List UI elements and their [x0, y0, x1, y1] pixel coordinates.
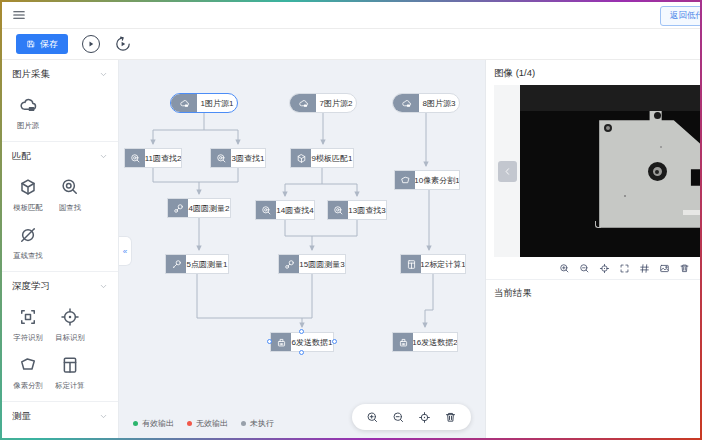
- flow-node[interactable]: 4圆圆测量2: [167, 198, 231, 218]
- flow-node[interactable]: 13圆查找3: [327, 200, 387, 220]
- section-header[interactable]: 图片采集: [12, 68, 108, 81]
- tool-item[interactable]: 圆查找: [54, 177, 85, 213]
- chevron-down-icon: [99, 412, 108, 421]
- menu-icon[interactable]: [12, 8, 26, 22]
- calib-calc-icon: [406, 259, 417, 270]
- circle-find-icon: [130, 153, 141, 164]
- image-panel-title: 图像 (1/4): [486, 60, 700, 85]
- circle-circle-measure-icon: [173, 203, 184, 214]
- locate-icon[interactable]: [418, 411, 431, 424]
- connector-layer: [119, 60, 485, 438]
- flow-node[interactable]: 7图片源2: [289, 93, 357, 113]
- flow-node[interactable]: 3圆查找1: [210, 148, 266, 168]
- save-button-label: 保存: [40, 38, 58, 51]
- node-label: 7图片源2: [316, 94, 356, 112]
- zoom-out-icon[interactable]: [392, 411, 405, 424]
- camera-image[interactable]: [520, 85, 700, 257]
- prev-image-button[interactable]: [498, 161, 517, 182]
- loop-run-button[interactable]: [114, 35, 132, 53]
- tool-item[interactable]: 图片源: [12, 95, 43, 131]
- node-label: 10像素分割1: [415, 171, 459, 189]
- fullscreen-icon[interactable]: [619, 263, 630, 274]
- circle-find-icon: [333, 205, 344, 216]
- zoom-out-icon[interactable]: [579, 263, 590, 274]
- sidebar-collapse-handle[interactable]: «: [119, 236, 132, 266]
- send-data-icon: [398, 337, 409, 348]
- flow-node[interactable]: 10像素分割1: [394, 170, 460, 190]
- tool-item-label: 直线查找: [13, 250, 42, 260]
- trash-icon[interactable]: [444, 411, 457, 424]
- node-connection-handle[interactable]: [267, 339, 272, 344]
- tool-item[interactable]: 目标识别: [54, 307, 85, 343]
- node-connection-handle[interactable]: [299, 329, 304, 334]
- tool-item[interactable]: 点圆测量: [54, 437, 85, 438]
- locate-icon[interactable]: [599, 263, 610, 274]
- tool-item[interactable]: 标定计算: [54, 355, 85, 391]
- export-icon[interactable]: [659, 263, 670, 274]
- chevron-down-icon: [99, 282, 108, 291]
- node-icon-box: [279, 255, 299, 273]
- image-nav-strip: [494, 85, 520, 257]
- tool-item[interactable]: 圆圆测量: [12, 437, 43, 438]
- tool-item[interactable]: 像素分割: [12, 355, 43, 391]
- node-label: 4圆圆测量2: [188, 199, 230, 217]
- tool-item-label: 目标识别: [55, 332, 84, 342]
- tool-item-label: 字符识别: [13, 332, 42, 342]
- section-header[interactable]: 匹配: [12, 150, 108, 163]
- flow-node[interactable]: 15圆圆测量3: [278, 254, 346, 274]
- section-items: 字符识别目标识别像素分割标定计算: [12, 307, 108, 391]
- tool-item[interactable]: 直线查找: [12, 225, 43, 261]
- tool-item-label: 图片源: [16, 120, 38, 130]
- image-background-band: [520, 85, 700, 111]
- node-label: 6发送数据1: [291, 333, 333, 351]
- flow-node[interactable]: 6发送数据1: [270, 332, 334, 352]
- zoom-in-icon[interactable]: [559, 263, 570, 274]
- zoom-in-icon[interactable]: [366, 411, 379, 424]
- line-find-icon: [18, 225, 38, 245]
- target-recognition-icon: [60, 307, 80, 327]
- plate-tab-hole: [654, 112, 661, 119]
- run-button[interactable]: [82, 35, 100, 53]
- right-panel: 图像 (1/4): [485, 60, 700, 438]
- node-label: 11圆查找2: [145, 149, 181, 167]
- plate-center-hole: [648, 162, 667, 181]
- chevron-down-icon: [99, 70, 108, 79]
- section-header[interactable]: 测量: [12, 410, 108, 423]
- flow-node[interactable]: 14圆查找4: [255, 200, 315, 220]
- save-button[interactable]: 保存: [16, 34, 68, 54]
- metal-plate: [599, 111, 700, 228]
- legend-label: 无效输出: [196, 418, 228, 429]
- grid-icon[interactable]: [639, 263, 650, 274]
- flow-node[interactable]: 9模板匹配1: [290, 148, 354, 168]
- flow-node[interactable]: 5点圆测量1: [165, 254, 229, 274]
- app-window: 返回低代 保存 图片采集图片源匹配模板匹配圆查找直线查找深度学习字符识别目标识别…: [2, 2, 700, 438]
- node-label: 3圆查找1: [231, 149, 265, 167]
- tool-item[interactable]: 模板匹配: [12, 177, 43, 213]
- node-connection-handle[interactable]: [332, 339, 337, 344]
- node-icon-box: [290, 94, 316, 112]
- circle-find-icon: [216, 153, 227, 164]
- flow-node[interactable]: 12标定计算1: [400, 254, 466, 274]
- action-toolbar: 保存: [2, 29, 700, 60]
- sidebar-section: 深度学习字符识别目标识别像素分割标定计算: [2, 271, 118, 401]
- status-legend: 有效输出无效输出未执行: [133, 418, 274, 429]
- flow-canvas[interactable]: 1图片源17图片源28图片源311圆查找23圆查找19模板匹配110像素分割14…: [119, 60, 485, 438]
- flow-node[interactable]: 11圆查找2: [124, 148, 182, 168]
- node-icon-box: [401, 255, 421, 273]
- top-header: 返回低代: [2, 2, 700, 29]
- flow-node[interactable]: 8图片源3: [392, 93, 460, 113]
- flow-node[interactable]: 16发送数据2: [392, 332, 458, 352]
- node-connection-handle[interactable]: [299, 350, 304, 355]
- image-toolbar: [486, 257, 700, 280]
- trash-icon[interactable]: [679, 263, 690, 274]
- template-match-icon: [296, 153, 307, 164]
- pixel-segment-icon: [400, 175, 411, 186]
- plate-small-hole: [604, 124, 612, 132]
- node-icon-box: [256, 201, 276, 219]
- point-circle-measure-icon: [171, 259, 182, 270]
- back-to-lowcode-button[interactable]: 返回低代: [660, 6, 700, 26]
- tool-item[interactable]: 字符识别: [12, 307, 43, 343]
- flow-node[interactable]: 1图片源1: [170, 93, 238, 113]
- node-label: 14圆查找4: [276, 201, 314, 219]
- section-header[interactable]: 深度学习: [12, 280, 108, 293]
